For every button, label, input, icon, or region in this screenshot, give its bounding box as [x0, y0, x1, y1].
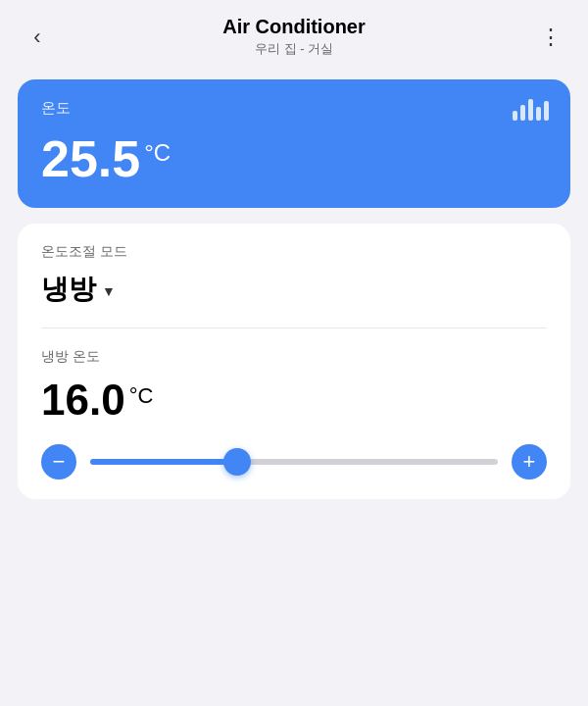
cool-temp-value-display: 16.0 °C [41, 376, 547, 425]
main-content: 온도 25.5 °C 온도조절 모드 냉방 ▼ 냉방 온도 16. [0, 70, 588, 509]
more-options-button[interactable]: ⋮ [533, 25, 568, 50]
mode-value: 냉방 [41, 271, 96, 308]
chart-icon[interactable] [513, 99, 549, 121]
back-button[interactable]: ‹ [20, 25, 55, 50]
mode-section: 온도조절 모드 냉방 ▼ [18, 224, 570, 328]
header: ‹ Air Conditioner 우리 집 - 거실 ⋮ [0, 0, 588, 70]
temperature-unit: °C [144, 139, 171, 167]
page-title: Air Conditioner [55, 16, 533, 38]
cool-temp-number: 16.0 [41, 376, 125, 425]
mode-selector[interactable]: 냉방 ▼ [41, 271, 547, 308]
temperature-card: 온도 25.5 °C [18, 79, 570, 208]
cool-temp-unit: °C [129, 383, 154, 409]
temperature-number: 25.5 [41, 129, 140, 188]
temperature-label: 온도 [41, 99, 547, 118]
control-card: 온도조절 모드 냉방 ▼ 냉방 온도 16.0 °C − + [18, 224, 570, 499]
page-subtitle: 우리 집 - 거실 [55, 40, 533, 58]
dropdown-arrow-icon: ▼ [102, 283, 116, 299]
temperature-value-display: 25.5 °C [41, 129, 547, 188]
header-center: Air Conditioner 우리 집 - 거실 [55, 16, 533, 58]
mode-label: 온도조절 모드 [41, 243, 547, 261]
increase-button[interactable]: + [512, 444, 547, 479]
slider-container: − + [41, 444, 547, 479]
decrease-button[interactable]: − [41, 444, 76, 479]
cool-temp-label: 냉방 온도 [41, 348, 547, 366]
cool-temp-section: 냉방 온도 16.0 °C − + [18, 328, 570, 499]
temperature-slider[interactable] [90, 459, 498, 465]
